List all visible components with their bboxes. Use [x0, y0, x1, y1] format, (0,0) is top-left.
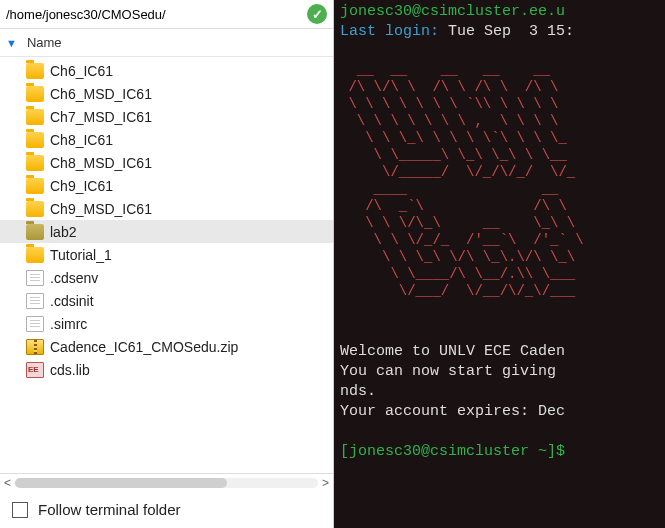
file-label: Cadence_IC61_CMOSedu.zip [50, 339, 238, 355]
terminal-userhost: jonesc30@csimcluster.ee.u [340, 3, 565, 20]
scroll-right-icon[interactable]: > [322, 476, 329, 490]
terminal-welcome-line3: nds. [340, 383, 376, 400]
file-label: Ch7_MSD_IC61 [50, 109, 152, 125]
file-label: Ch8_MSD_IC61 [50, 155, 152, 171]
file-list[interactable]: Ch6_IC61Ch6_MSD_IC61Ch7_MSD_IC61Ch8_IC61… [0, 57, 333, 473]
terminal-ascii-art: __ __ __ __ __ /\ \/\ \ /\ \ /\ \ /\ \ \… [340, 62, 584, 300]
scroll-track[interactable] [15, 478, 318, 488]
terminal-welcome-line2: You can now start giving [340, 363, 565, 380]
zip-icon [26, 339, 44, 355]
folder-icon [26, 178, 44, 194]
file-label: cds.lib [50, 362, 90, 378]
file-row[interactable]: EEcds.lib [0, 358, 333, 381]
file-row[interactable]: Ch7_MSD_IC61 [0, 105, 333, 128]
folder-icon [26, 109, 44, 125]
file-row[interactable]: Ch8_IC61 [0, 128, 333, 151]
path-bar: ✓ [0, 0, 333, 29]
file-row[interactable]: Cadence_IC61_CMOSedu.zip [0, 335, 333, 358]
file-label: Tutorial_1 [50, 247, 112, 263]
file-row[interactable]: Ch8_MSD_IC61 [0, 151, 333, 174]
file-label: Ch6_MSD_IC61 [50, 86, 152, 102]
file-row[interactable]: lab2 [0, 220, 333, 243]
follow-terminal-row[interactable]: Follow terminal folder [0, 491, 333, 528]
file-row[interactable]: .cdsinit [0, 289, 333, 312]
file-row[interactable]: Ch9_IC61 [0, 174, 333, 197]
scroll-thumb[interactable] [15, 478, 227, 488]
file-row[interactable]: Tutorial_1 [0, 243, 333, 266]
status-ok-icon: ✓ [307, 4, 327, 24]
file-row[interactable]: .cdsenv [0, 266, 333, 289]
file-icon [26, 293, 44, 309]
file-icon [26, 270, 44, 286]
file-label: Ch9_IC61 [50, 178, 113, 194]
folder-open-icon [26, 224, 44, 240]
file-label: lab2 [50, 224, 76, 240]
scroll-left-icon[interactable]: < [4, 476, 11, 490]
folder-icon [26, 155, 44, 171]
file-row[interactable]: Ch6_MSD_IC61 [0, 82, 333, 105]
file-row[interactable]: Ch9_MSD_IC61 [0, 197, 333, 220]
terminal-expires: Your account expires: Dec [340, 403, 574, 420]
follow-terminal-checkbox[interactable] [12, 502, 28, 518]
file-label: .cdsinit [50, 293, 94, 309]
file-browser-pane: ✓ ▼ Name Ch6_IC61Ch6_MSD_IC61Ch7_MSD_IC6… [0, 0, 334, 528]
file-label: .simrc [50, 316, 87, 332]
column-header-row[interactable]: ▼ Name [0, 29, 333, 57]
terminal-last-login-label: Last login: [340, 23, 439, 40]
file-row[interactable]: .simrc [0, 312, 333, 335]
file-icon [26, 316, 44, 332]
folder-icon [26, 86, 44, 102]
terminal-last-login-value: Tue Sep 3 15: [439, 23, 574, 40]
file-row[interactable]: Ch6_IC61 [0, 59, 333, 82]
file-label: .cdsenv [50, 270, 98, 286]
file-label: Ch9_MSD_IC61 [50, 201, 152, 217]
path-input[interactable] [6, 5, 307, 24]
horizontal-scrollbar[interactable]: < > [0, 473, 333, 491]
folder-icon [26, 63, 44, 79]
folder-icon [26, 247, 44, 263]
lib-icon: EE [26, 362, 44, 378]
folder-icon [26, 132, 44, 148]
column-header-name[interactable]: Name [27, 35, 323, 50]
file-label: Ch6_IC61 [50, 63, 113, 79]
follow-terminal-label: Follow terminal folder [38, 501, 181, 518]
terminal-welcome-line1: Welcome to UNLV ECE Caden [340, 343, 565, 360]
folder-icon [26, 201, 44, 217]
terminal-prompt[interactable]: [jonesc30@csimcluster ~]$ [340, 443, 565, 460]
terminal-pane[interactable]: jonesc30@csimcluster.ee.u Last login: Tu… [334, 0, 665, 528]
file-label: Ch8_IC61 [50, 132, 113, 148]
disclosure-triangle-icon[interactable]: ▼ [6, 37, 17, 49]
